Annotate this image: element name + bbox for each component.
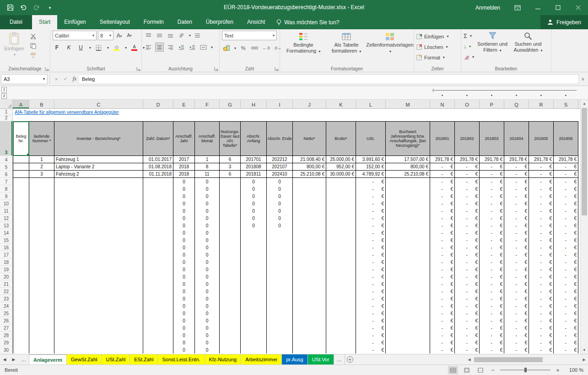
cell-M22[interactable] [386, 288, 430, 295]
save-icon[interactable] [5, 3, 15, 12]
row-header-10[interactable]: 10 [0, 200, 13, 207]
clear-button[interactable]: ▾ [464, 52, 474, 62]
cell-P13[interactable]: - € [480, 222, 504, 229]
cell-G30[interactable] [220, 346, 241, 354]
cell-N15[interactable]: - € [430, 236, 455, 244]
cell-D3[interactable]: Zahl. Datum* [143, 121, 173, 156]
cell-H29[interactable] [241, 339, 267, 346]
redo-icon[interactable] [32, 3, 41, 12]
hscroll-left-icon[interactable]: ◀ [465, 358, 473, 362]
cell-K21[interactable] [326, 280, 356, 288]
cell-A16[interactable] [13, 244, 29, 251]
cell-I27[interactable] [267, 324, 293, 332]
cell-C11[interactable] [54, 207, 143, 214]
column-header-F[interactable]: F [195, 100, 220, 108]
cell-S26[interactable]: - € [554, 317, 578, 324]
cell-R3[interactable]: 201805 [529, 121, 554, 156]
cell-B19[interactable] [29, 266, 54, 273]
cell-G27[interactable] [220, 324, 241, 332]
cell-F19[interactable]: 0 [195, 266, 220, 273]
cell-O17[interactable]: - € [455, 251, 480, 258]
cell-G5[interactable]: 3 [220, 163, 241, 171]
row-header-25[interactable]: 25 [0, 310, 13, 317]
cell-J7[interactable] [293, 178, 326, 185]
cell-A17[interactable] [13, 251, 29, 258]
cell-S11[interactable]: - € [554, 207, 578, 214]
cell-R26[interactable]: - € [529, 317, 554, 324]
cell-D24[interactable] [143, 302, 173, 310]
cell-Q5[interactable]: - € [504, 163, 529, 171]
cell-E8[interactable]: 0 [173, 185, 195, 193]
zoom-level[interactable]: 100 % [565, 367, 583, 373]
cell-Q25[interactable]: - € [504, 310, 529, 317]
cell-L21[interactable]: - € [356, 280, 386, 288]
cell-H8[interactable]: 0 [241, 185, 267, 193]
cell-F20[interactable]: 0 [195, 273, 220, 280]
cell-B8[interactable] [29, 185, 54, 193]
cell-Q15[interactable]: - € [504, 236, 529, 244]
cell-K17[interactable] [326, 251, 356, 258]
cell-R13[interactable]: - € [529, 222, 554, 229]
cell-B9[interactable] [29, 193, 54, 200]
cell-P29[interactable]: - € [480, 339, 504, 346]
cell-A5[interactable] [13, 163, 29, 171]
cell-H5[interactable]: 201808 [241, 163, 267, 171]
cell-R10[interactable]: - € [529, 200, 554, 207]
cell-M27[interactable] [386, 324, 430, 332]
cell-I17[interactable] [267, 251, 293, 258]
cell-B30[interactable] [29, 346, 54, 354]
cell-K27[interactable] [326, 324, 356, 332]
cell-I7[interactable]: 0 [267, 178, 293, 185]
cell-F28[interactable]: 0 [195, 332, 220, 339]
cell-C30[interactable] [54, 346, 143, 354]
cell-I10[interactable]: 0 [267, 200, 293, 207]
cell-H18[interactable] [241, 258, 267, 266]
cell-G19[interactable] [220, 266, 241, 273]
cell-M29[interactable] [386, 339, 430, 346]
cell-J9[interactable] [293, 193, 326, 200]
cell-O10[interactable]: - € [455, 200, 480, 207]
cell-M18[interactable] [386, 258, 430, 266]
row-header-11[interactable]: 11 [0, 207, 13, 214]
cell-Q19[interactable]: - € [504, 266, 529, 273]
cell-O22[interactable]: - € [455, 288, 480, 295]
page-layout-view-button[interactable] [462, 366, 472, 375]
cell-M9[interactable] [386, 193, 430, 200]
ribbon-tab-start[interactable]: Start [32, 15, 57, 29]
cell-H21[interactable] [241, 280, 267, 288]
copy-icon[interactable] [29, 41, 38, 50]
cell-S19[interactable]: - € [554, 266, 578, 273]
cell-M3[interactable]: Buchwert Jahresanfang bzw. Anschaffungsk… [386, 121, 430, 156]
cell-E4[interactable]: 2017 [173, 156, 195, 163]
column-header-N[interactable]: N [430, 100, 455, 108]
cell-A11[interactable] [13, 207, 29, 214]
select-all-corner[interactable] [0, 100, 13, 108]
cell-A10[interactable] [13, 200, 29, 207]
cell-A26[interactable] [13, 317, 29, 324]
row-header-8[interactable]: 8 [0, 185, 13, 193]
sheet-tab-USt.Zahl[interactable]: USt.Zahl [102, 354, 130, 364]
cell-F15[interactable]: 0 [195, 236, 220, 244]
cell-Q6[interactable]: - € [504, 171, 529, 178]
cell-S21[interactable]: - € [554, 280, 578, 288]
cell-Q9[interactable]: - € [504, 193, 529, 200]
column-header-R[interactable]: R [529, 100, 554, 108]
cell-G11[interactable] [220, 207, 241, 214]
alignment-dialog-launcher-icon[interactable] [214, 67, 218, 71]
cell-O14[interactable]: - € [455, 229, 480, 236]
sheet-tab-pr.Ausg[interactable]: pr.Ausg [282, 354, 307, 364]
cell-A6[interactable] [13, 171, 29, 178]
cell-Q7[interactable]: - € [504, 178, 529, 185]
cell-L9[interactable]: - € [356, 193, 386, 200]
column-header-L[interactable]: L [356, 100, 386, 108]
cell-I29[interactable] [267, 339, 293, 346]
cell-P23[interactable]: - € [480, 295, 504, 302]
cell-D17[interactable] [143, 251, 173, 258]
conditional-formatting-button[interactable]: Bedingte Formatierung ▾ [282, 31, 324, 54]
cell-E30[interactable]: 0 [173, 346, 195, 354]
name-box[interactable]: A3 ▾ [1, 74, 48, 84]
cell-P5[interactable]: - € [480, 163, 504, 171]
cell-J10[interactable] [293, 200, 326, 207]
cell-B27[interactable] [29, 324, 54, 332]
cell-A30[interactable] [13, 346, 29, 354]
